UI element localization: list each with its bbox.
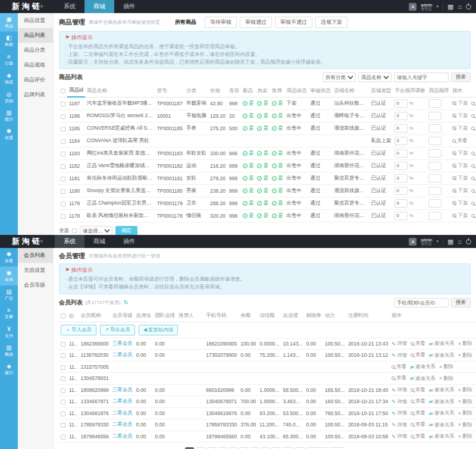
toggle-hot[interactable]: ✓是 — [257, 200, 268, 207]
rail-item-商品[interactable]: ▣商品 — [0, 13, 18, 32]
rail-item-物流[interactable]: ◈物流 — [0, 69, 18, 87]
row-checkbox[interactable] — [61, 177, 65, 181]
toggle-new[interactable]: ✓是 — [243, 175, 254, 182]
nav-item-商城[interactable]: 商城 — [84, 0, 114, 13]
toggle-hot[interactable]: ✓是 — [257, 150, 268, 157]
toggle-new[interactable]: ✓是 — [243, 187, 254, 194]
action-invite[interactable]: 邀请关系 — [429, 340, 455, 347]
action-view[interactable]: 查看 — [411, 421, 425, 428]
action-edit[interactable]: 详情 — [392, 352, 407, 359]
member-search-input[interactable] — [394, 298, 449, 307]
cell-gseq-input[interactable] — [428, 137, 441, 145]
cell-pseq-input[interactable] — [394, 99, 408, 108]
toggle-new[interactable]: ✓是 — [243, 162, 254, 169]
rail-item-设置[interactable]: ✱设置 — [0, 125, 18, 143]
action-del[interactable]: 删除 — [439, 363, 453, 370]
user-info[interactable]: admin管理员 — [421, 238, 432, 246]
toggle-rec[interactable]: ✓是 — [272, 162, 283, 169]
row-checkbox[interactable] — [61, 127, 65, 131]
action-down[interactable]: 下架 — [452, 112, 468, 120]
action-down[interactable]: 下架 — [452, 200, 468, 207]
action-view[interactable]: 查看 — [392, 363, 406, 370]
rail-item-文章[interactable]: ≡文章 — [0, 304, 18, 322]
action-invite[interactable]: 邀请关系 — [429, 398, 455, 406]
row-checkbox[interactable] — [61, 114, 65, 119]
toggle-new[interactable]: ✓是 — [243, 150, 254, 157]
cell-gseq-input[interactable] — [428, 149, 441, 158]
action-view[interactable]: 查看 — [411, 351, 425, 359]
rail-item-设置[interactable]: ✱设置 — [0, 248, 18, 266]
submenu-item-商品规格[interactable]: 商品规格 — [18, 58, 53, 73]
refresh-icon[interactable]: ↻ — [124, 299, 129, 306]
action-down[interactable]: 下架 — [452, 212, 468, 219]
row-checkbox[interactable] — [61, 365, 65, 370]
action-view[interactable]: 查看 — [471, 187, 476, 194]
cell-gseq-input[interactable] — [428, 199, 441, 208]
action-edit[interactable]: 详情 — [392, 398, 407, 406]
row-checkbox[interactable] — [61, 214, 65, 219]
avatar[interactable]: A — [409, 238, 416, 246]
toggle-rec[interactable]: ✓是 — [272, 200, 283, 207]
submenu-item-商品评价[interactable]: 商品评价 — [18, 73, 53, 87]
send-message-button[interactable]: ◀发送站内信 — [139, 325, 178, 335]
power-icon[interactable] — [466, 239, 471, 244]
action-del[interactable]: 删除 — [458, 352, 472, 359]
row-checkbox[interactable] — [61, 412, 65, 416]
action-view[interactable]: 查看 — [471, 200, 476, 207]
toggle-hot[interactable]: ✓是 — [257, 100, 268, 107]
category-filter-select[interactable]: 所有分类 — [322, 73, 356, 82]
toggle-rec[interactable]: ✓是 — [272, 175, 283, 182]
toggle-new[interactable]: ✓是 — [243, 200, 254, 207]
toggle-new[interactable]: ✓是 — [243, 125, 254, 132]
cell-pseq-input[interactable] — [394, 187, 408, 195]
toggle-hot[interactable]: ✓是 — [257, 162, 268, 169]
row-checkbox[interactable] — [61, 435, 65, 439]
row-checkbox[interactable] — [61, 400, 65, 404]
rail-item-统计[interactable]: ▥统计 — [0, 106, 18, 125]
action-down[interactable]: 下架 — [452, 187, 468, 194]
rail-item-营销[interactable]: ◎营销 — [0, 88, 18, 106]
toggle-rec[interactable]: ✓是 — [272, 125, 283, 132]
toggle-rec[interactable]: ✓是 — [272, 212, 283, 219]
row-checkbox[interactable] — [61, 313, 65, 318]
action-view[interactable]: 查看 — [471, 212, 476, 219]
action-view[interactable]: 查看 — [411, 433, 425, 440]
nav-item-插件[interactable]: 插件 — [114, 235, 144, 248]
cell-gseq-input[interactable] — [428, 124, 441, 133]
action-del[interactable]: 删除 — [458, 433, 472, 440]
action-edit[interactable]: 详情 — [392, 422, 407, 429]
action-del[interactable]: 删除 — [439, 375, 453, 382]
action-invite[interactable]: 邀请关系 — [429, 422, 455, 429]
nav-item-系统[interactable]: 系统 — [55, 235, 84, 248]
cell-pseq-input[interactable] — [394, 174, 408, 183]
cell-pseq-input[interactable] — [394, 137, 408, 145]
row-checkbox[interactable] — [61, 102, 65, 106]
action-del[interactable]: 删除 — [458, 410, 472, 417]
submenu-item-会员等级[interactable]: 会员等级 — [18, 278, 53, 293]
import-members-button[interactable]: ＋导入会员 — [61, 325, 96, 335]
row-checkbox[interactable] — [61, 189, 65, 194]
toggle-hot[interactable]: ✓是 — [257, 187, 268, 194]
submenu-item-充值设置[interactable]: 充值设置 — [18, 263, 53, 278]
action-down[interactable]: 下架 — [452, 125, 468, 132]
nav-item-商城[interactable]: 商城 — [84, 235, 114, 248]
action-view[interactable]: 查看 — [392, 375, 406, 382]
cell-gseq-input[interactable] — [428, 112, 441, 120]
cell-gseq-input[interactable] — [428, 99, 441, 108]
rail-item-会员[interactable]: ◉会员 — [0, 266, 18, 285]
action-view[interactable]: 查看 — [471, 125, 476, 132]
action-invite[interactable]: 邀请关系 — [429, 352, 455, 359]
action-invite[interactable]: 邀请关系 — [410, 363, 436, 370]
toggle-new[interactable]: ✓是 — [243, 212, 254, 219]
apps-icon[interactable]: ▦ — [447, 238, 453, 245]
tab-等待审核[interactable]: 等待审核 — [205, 17, 237, 28]
tab-审核不通过[interactable]: 审核不通过 — [275, 17, 312, 28]
cell-gseq-input[interactable] — [428, 212, 441, 220]
home-icon[interactable]: ⌂ — [458, 4, 462, 10]
batch-action-select[interactable]: 请选择... — [80, 226, 112, 235]
keyword-input[interactable] — [394, 73, 449, 82]
field-filter-select[interactable]: 商品名称 — [358, 73, 392, 82]
action-invite[interactable]: 邀请关系 — [429, 387, 455, 394]
export-members-button[interactable]: ↗导出会员 — [100, 325, 135, 335]
toggle-hot[interactable]: ✓是 — [257, 175, 268, 182]
